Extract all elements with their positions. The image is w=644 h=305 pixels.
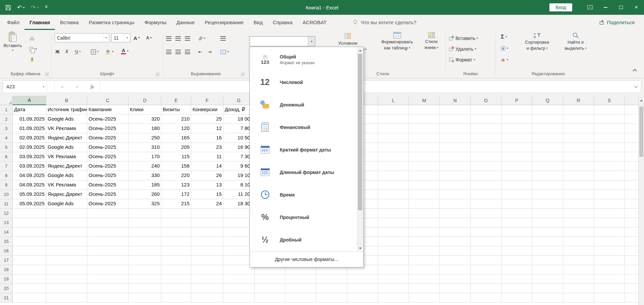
insert-cells-button[interactable]: Вставить▾ (449, 34, 478, 43)
cell-R1[interactable] (563, 105, 594, 115)
cell-O15[interactable] (471, 237, 501, 246)
cell-A21[interactable] (13, 293, 46, 303)
cell-A3[interactable]: 01.09.2025 (13, 124, 46, 133)
row-header-6[interactable]: 6 (0, 152, 13, 162)
cell-A5[interactable]: 02.09.2025 (13, 143, 46, 152)
cell-N19[interactable] (440, 274, 471, 284)
cell-M8[interactable] (409, 171, 440, 180)
cell-P13[interactable] (501, 218, 532, 227)
cell-B6[interactable]: VK Реклама (46, 152, 87, 162)
cell-D13[interactable] (128, 218, 161, 227)
cell-L20[interactable] (378, 284, 409, 293)
merge-center-button[interactable]: ▾ (220, 47, 229, 56)
cell-B14[interactable] (46, 227, 87, 237)
align-bottom-button[interactable] (185, 34, 190, 43)
cell-P3[interactable] (501, 124, 532, 133)
cell-Q19[interactable] (532, 274, 563, 284)
number-format-option-percent[interactable]: %Процентный (250, 206, 357, 228)
enter-button[interactable]: ✓ (70, 81, 85, 93)
scroll-up-button[interactable] (639, 96, 644, 105)
row-header-20[interactable]: 20 (0, 284, 13, 293)
cut-button[interactable] (30, 34, 35, 43)
cell-A19[interactable] (13, 274, 46, 284)
cell-M13[interactable] (409, 218, 440, 227)
cell-M17[interactable] (409, 256, 440, 265)
cell-N17[interactable] (440, 256, 471, 265)
cell-B9[interactable]: VK Реклама (46, 180, 87, 190)
decrease-font-size-button[interactable]: А (146, 34, 152, 42)
row-header-16[interactable]: 16 (0, 246, 13, 256)
cell-R7[interactable] (563, 162, 594, 171)
cell-E11[interactable]: 215 (161, 199, 191, 209)
cell-T17[interactable] (625, 256, 638, 265)
cell-D17[interactable] (128, 256, 161, 265)
format-as-table-button[interactable]: Форматировать как таблицу▾ (377, 32, 417, 51)
cell-S13[interactable] (594, 218, 625, 227)
column-header-O[interactable]: O (471, 96, 501, 105)
tab-Файл[interactable]: Файл (2, 15, 24, 30)
cell-O10[interactable] (471, 190, 501, 199)
cell-C1[interactable]: Кампания (87, 105, 128, 115)
cell-S8[interactable] (594, 171, 625, 180)
cell-A12[interactable] (13, 209, 46, 218)
cell-L8[interactable] (378, 171, 409, 180)
cell-J19[interactable] (316, 274, 347, 284)
row-header-4[interactable]: 4 (0, 133, 13, 143)
bold-button[interactable]: Ж (55, 47, 60, 56)
menu-scrollbar[interactable] (357, 47, 363, 251)
cell-C9[interactable]: Осень-2025 (87, 180, 128, 190)
column-header-C[interactable]: C (87, 96, 128, 105)
menu-scrollbar-thumb[interactable] (358, 54, 362, 210)
cell-L2[interactable] (378, 115, 409, 124)
row-header-17[interactable]: 17 (0, 256, 13, 265)
cell-L17[interactable] (378, 256, 409, 265)
cell-N16[interactable] (440, 246, 471, 256)
cell-T16[interactable] (625, 246, 638, 256)
cell-C14[interactable] (87, 227, 128, 237)
cell-F5[interactable]: 23 (191, 143, 223, 152)
cell-R20[interactable] (563, 284, 594, 293)
cell-S4[interactable] (594, 133, 625, 143)
cell-E14[interactable] (161, 227, 191, 237)
cell-F9[interactable]: 13 (191, 180, 223, 190)
cell-R13[interactable] (563, 218, 594, 227)
tab-ACROBAT[interactable]: ACROBAT (298, 15, 331, 30)
row-header-14[interactable]: 14 (0, 227, 13, 237)
cell-C19[interactable] (87, 274, 128, 284)
clear-button[interactable]: ▾ (501, 55, 508, 64)
cell-styles-button[interactable]: Стили ячеек▾ (418, 32, 444, 50)
cell-K19[interactable] (347, 274, 378, 284)
cell-B16[interactable] (46, 246, 87, 256)
vertical-scrollbar[interactable] (638, 96, 644, 305)
cell-D15[interactable] (128, 237, 161, 246)
save-button[interactable] (5, 5, 11, 10)
cell-M20[interactable] (409, 284, 440, 293)
cell-R4[interactable] (563, 133, 594, 143)
font-dialog-launcher[interactable]: ↘ (155, 72, 159, 76)
cell-F7[interactable]: 14 (191, 162, 223, 171)
cell-M3[interactable] (409, 124, 440, 133)
cell-O14[interactable] (471, 227, 501, 237)
cell-Q15[interactable] (532, 237, 563, 246)
tab-Справка[interactable]: Справка (268, 15, 298, 30)
cell-R10[interactable] (563, 190, 594, 199)
cell-O17[interactable] (471, 256, 501, 265)
cell-B13[interactable] (46, 218, 87, 227)
tab-Формулы[interactable]: Формулы (140, 15, 171, 30)
cell-O18[interactable] (471, 265, 501, 274)
cell-D1[interactable]: Клики (128, 105, 161, 115)
cell-B7[interactable]: Яндекс.Директ (46, 162, 87, 171)
formula-input[interactable] (100, 81, 631, 93)
column-header-L[interactable]: L (378, 96, 409, 105)
cell-N18[interactable] (440, 265, 471, 274)
minimize-button[interactable] (598, 0, 613, 15)
cell-E20[interactable] (161, 284, 191, 293)
row-header-21[interactable]: 21 (0, 293, 13, 303)
orientation-button[interactable]: ab▾ (198, 34, 205, 43)
cell-T15[interactable] (625, 237, 638, 246)
italic-button[interactable]: К (65, 47, 68, 56)
cell-R12[interactable] (563, 209, 594, 218)
cell-P12[interactable] (501, 209, 532, 218)
cell-H19[interactable] (255, 274, 285, 284)
cell-C8[interactable]: Осень-2025 (87, 171, 128, 180)
